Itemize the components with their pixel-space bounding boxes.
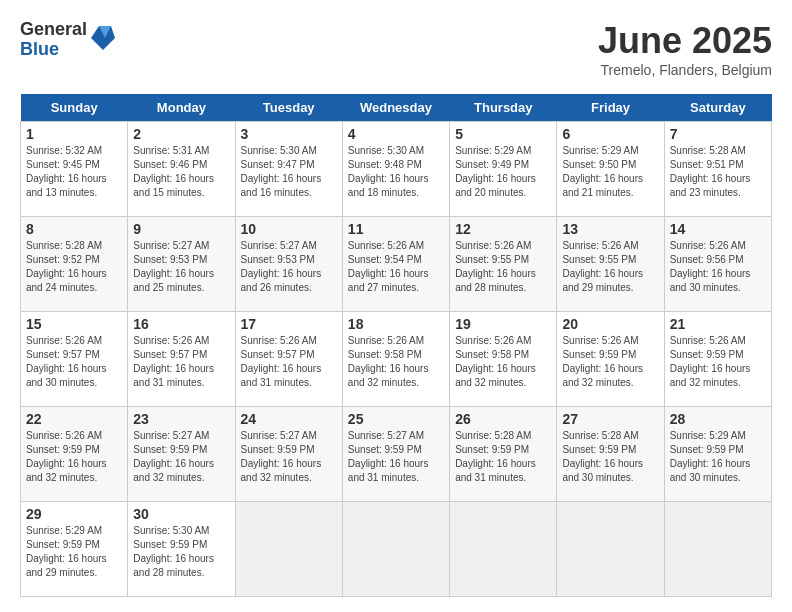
- day-11: 11Sunrise: 5:26 AMSunset: 9:54 PMDayligh…: [342, 217, 449, 312]
- empty-cell: [664, 502, 771, 597]
- header-saturday: Saturday: [664, 94, 771, 122]
- day-10: 10Sunrise: 5:27 AMSunset: 9:53 PMDayligh…: [235, 217, 342, 312]
- day-27: 27Sunrise: 5:28 AMSunset: 9:59 PMDayligh…: [557, 407, 664, 502]
- page-header: General Blue June 2025 Tremelo, Flanders…: [20, 20, 772, 78]
- header-monday: Monday: [128, 94, 235, 122]
- header-row: SundayMondayTuesdayWednesdayThursdayFrid…: [21, 94, 772, 122]
- week-row-3: 15Sunrise: 5:26 AMSunset: 9:57 PMDayligh…: [21, 312, 772, 407]
- empty-cell: [235, 502, 342, 597]
- day-num: 1: [26, 126, 122, 142]
- day-5: 5Sunrise: 5:29 AMSunset: 9:49 PMDaylight…: [450, 122, 557, 217]
- empty-cell: [450, 502, 557, 597]
- day-14: 14Sunrise: 5:26 AMSunset: 9:56 PMDayligh…: [664, 217, 771, 312]
- day-1: 1Sunrise: 5:32 AMSunset: 9:45 PMDaylight…: [21, 122, 128, 217]
- header-friday: Friday: [557, 94, 664, 122]
- title-block: June 2025 Tremelo, Flanders, Belgium: [598, 20, 772, 78]
- day-4: 4Sunrise: 5:30 AMSunset: 9:48 PMDaylight…: [342, 122, 449, 217]
- day-26: 26Sunrise: 5:28 AMSunset: 9:59 PMDayligh…: [450, 407, 557, 502]
- day-2: 2Sunrise: 5:31 AMSunset: 9:46 PMDaylight…: [128, 122, 235, 217]
- logo-icon: [91, 24, 115, 56]
- day-3: 3Sunrise: 5:30 AMSunset: 9:47 PMDaylight…: [235, 122, 342, 217]
- empty-cell: [557, 502, 664, 597]
- header-wednesday: Wednesday: [342, 94, 449, 122]
- day-13: 13Sunrise: 5:26 AMSunset: 9:55 PMDayligh…: [557, 217, 664, 312]
- month-title: June 2025: [598, 20, 772, 62]
- header-tuesday: Tuesday: [235, 94, 342, 122]
- logo-blue-text: Blue: [20, 40, 87, 60]
- week-row-2: 8Sunrise: 5:28 AMSunset: 9:52 PMDaylight…: [21, 217, 772, 312]
- day-19: 19Sunrise: 5:26 AMSunset: 9:58 PMDayligh…: [450, 312, 557, 407]
- day-7: 7Sunrise: 5:28 AMSunset: 9:51 PMDaylight…: [664, 122, 771, 217]
- day-30: 30Sunrise: 5:30 AMSunset: 9:59 PMDayligh…: [128, 502, 235, 597]
- location: Tremelo, Flanders, Belgium: [598, 62, 772, 78]
- day-23: 23Sunrise: 5:27 AMSunset: 9:59 PMDayligh…: [128, 407, 235, 502]
- day-8: 8Sunrise: 5:28 AMSunset: 9:52 PMDaylight…: [21, 217, 128, 312]
- day-15: 15Sunrise: 5:26 AMSunset: 9:57 PMDayligh…: [21, 312, 128, 407]
- day-12: 12Sunrise: 5:26 AMSunset: 9:55 PMDayligh…: [450, 217, 557, 312]
- header-sunday: Sunday: [21, 94, 128, 122]
- day-21: 21Sunrise: 5:26 AMSunset: 9:59 PMDayligh…: [664, 312, 771, 407]
- week-row-4: 22Sunrise: 5:26 AMSunset: 9:59 PMDayligh…: [21, 407, 772, 502]
- logo-general-text: General: [20, 20, 87, 40]
- day-9: 9Sunrise: 5:27 AMSunset: 9:53 PMDaylight…: [128, 217, 235, 312]
- day-20: 20Sunrise: 5:26 AMSunset: 9:59 PMDayligh…: [557, 312, 664, 407]
- day-info: Sunrise: 5:32 AMSunset: 9:45 PMDaylight:…: [26, 144, 122, 200]
- day-6: 6Sunrise: 5:29 AMSunset: 9:50 PMDaylight…: [557, 122, 664, 217]
- day-29: 29Sunrise: 5:29 AMSunset: 9:59 PMDayligh…: [21, 502, 128, 597]
- week-row-1: 1Sunrise: 5:32 AMSunset: 9:45 PMDaylight…: [21, 122, 772, 217]
- day-28: 28Sunrise: 5:29 AMSunset: 9:59 PMDayligh…: [664, 407, 771, 502]
- day-25: 25Sunrise: 5:27 AMSunset: 9:59 PMDayligh…: [342, 407, 449, 502]
- calendar-table: SundayMondayTuesdayWednesdayThursdayFrid…: [20, 94, 772, 597]
- logo: General Blue: [20, 20, 115, 60]
- header-thursday: Thursday: [450, 94, 557, 122]
- day-16: 16Sunrise: 5:26 AMSunset: 9:57 PMDayligh…: [128, 312, 235, 407]
- day-24: 24Sunrise: 5:27 AMSunset: 9:59 PMDayligh…: [235, 407, 342, 502]
- empty-cell: [342, 502, 449, 597]
- day-18: 18Sunrise: 5:26 AMSunset: 9:58 PMDayligh…: [342, 312, 449, 407]
- day-22: 22Sunrise: 5:26 AMSunset: 9:59 PMDayligh…: [21, 407, 128, 502]
- week-row-5: 29Sunrise: 5:29 AMSunset: 9:59 PMDayligh…: [21, 502, 772, 597]
- day-17: 17Sunrise: 5:26 AMSunset: 9:57 PMDayligh…: [235, 312, 342, 407]
